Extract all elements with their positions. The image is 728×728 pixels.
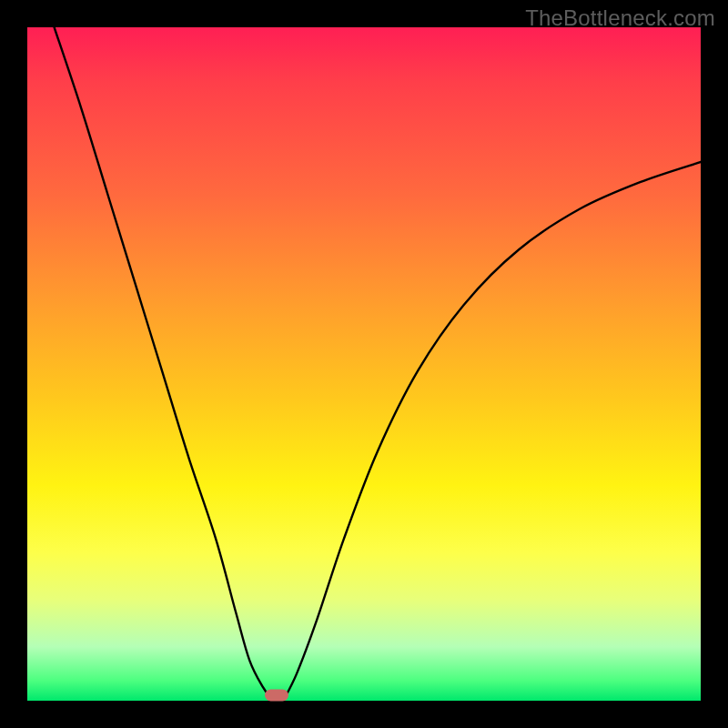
curve-left-branch: [55, 27, 274, 701]
optimal-marker: [265, 690, 288, 702]
bottleneck-curve: [27, 27, 701, 701]
watermark-text: TheBottleneck.com: [525, 5, 715, 31]
plot-area: [27, 27, 701, 701]
curve-right-branch: [283, 162, 701, 701]
chart-frame: TheBottleneck.com: [0, 0, 728, 728]
